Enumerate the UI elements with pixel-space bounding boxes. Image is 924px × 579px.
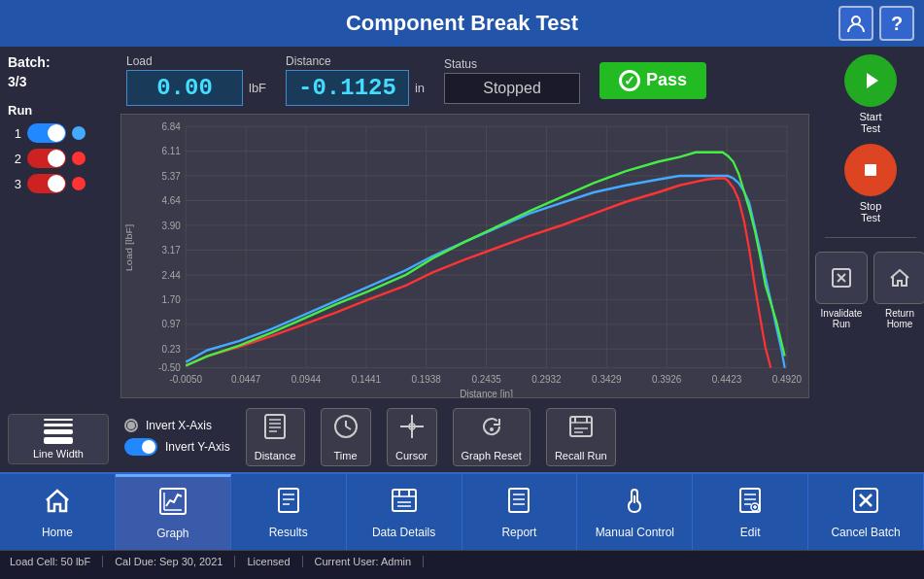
toggle-thumb-2 — [48, 150, 65, 167]
start-test-button[interactable]: StartTest — [844, 54, 897, 134]
nav-item-edit[interactable]: Edit — [693, 474, 808, 550]
line-width-button[interactable]: Line Width — [8, 414, 109, 464]
svg-text:2.44: 2.44 — [161, 269, 181, 280]
invert-x-label: Invert X-Axis — [146, 419, 212, 432]
cursor-label: Cursor — [395, 450, 428, 461]
pass-badge: ✓ Pass — [599, 62, 706, 99]
secondary-buttons-row: InvalidateRun ReturnHome — [815, 252, 924, 329]
nav-label-results: Results — [269, 526, 308, 539]
nav-item-report[interactable]: Report — [462, 474, 578, 550]
nav-item-manual-control[interactable]: Manual Control — [577, 474, 693, 550]
invert-y-toggle[interactable] — [124, 438, 157, 456]
svg-text:1.70: 1.70 — [161, 294, 181, 305]
run-row-2: 2 — [8, 149, 109, 168]
chart-controls: Invert X-Axis Invert Y-Axis — [117, 402, 817, 472]
load-value: 0.00 — [126, 70, 243, 106]
run-row-3: 3 — [8, 174, 109, 193]
nav-item-results[interactable]: Results — [231, 474, 347, 550]
separator-1 — [825, 237, 916, 238]
svg-text:0.97: 0.97 — [161, 319, 181, 329]
return-home-label: ReturnHome — [885, 308, 914, 329]
main-area: Batch: 3/3 Run 1 2 3 — [0, 47, 924, 472]
run-toggle-2[interactable] — [27, 149, 66, 168]
stop-test-circle — [844, 144, 897, 196]
time-button[interactable]: Time — [321, 408, 371, 466]
right-panel: StartTest StopTest InvalidateRun — [817, 47, 924, 472]
svg-text:-0.50: -0.50 — [158, 362, 181, 373]
svg-text:0.0447: 0.0447 — [231, 374, 261, 385]
distance-label: Distance — [286, 54, 425, 68]
help-icon: ? — [891, 13, 903, 35]
toggle-thumb-1 — [48, 124, 65, 142]
svg-text:0.4920: 0.4920 — [772, 374, 803, 385]
left-panel: Batch: 3/3 Run 1 2 3 — [0, 47, 117, 472]
svg-text:0.3926: 0.3926 — [652, 374, 682, 385]
svg-rect-84 — [509, 489, 529, 512]
run-dot-2 — [72, 152, 86, 165]
nav-label-home: Home — [42, 526, 73, 539]
user-icon-button[interactable] — [838, 6, 873, 41]
help-icon-button[interactable]: ? — [879, 6, 914, 41]
lw-line-4 — [44, 437, 73, 444]
svg-text:Load [lbF]: Load [lbF] — [123, 224, 133, 272]
svg-text:0.4423: 0.4423 — [712, 374, 742, 385]
distance-button[interactable]: Distance — [246, 408, 305, 466]
load-group: Load 0.00 lbF — [126, 54, 266, 106]
distance-value-row: -0.1125 in — [286, 70, 425, 106]
status-group: Status Stopped — [444, 57, 580, 104]
return-home-button[interactable]: ReturnHome — [873, 252, 924, 329]
load-value-row: 0.00 lbF — [126, 70, 266, 106]
chart-container: 6.84 6.11 5.37 4.64 3.90 3.17 2.44 1.70 … — [120, 114, 809, 398]
nav-item-home[interactable]: Home — [0, 474, 116, 550]
invert-y-label: Invert Y-Axis — [165, 440, 230, 454]
svg-text:0.1938: 0.1938 — [412, 374, 442, 385]
svg-text:6.84: 6.84 — [161, 120, 181, 131]
home-nav-icon — [43, 486, 72, 522]
cursor-button[interactable]: Cursor — [387, 408, 437, 466]
invert-y-row: Invert Y-Axis — [124, 438, 230, 456]
status-cal-due: Cal Due: Sep 30, 2021 — [103, 556, 235, 567]
line-width-label: Line Width — [33, 448, 84, 460]
svg-text:0.3429: 0.3429 — [592, 374, 622, 385]
stop-test-label: StopTest — [860, 200, 882, 223]
graph-reset-icon — [478, 413, 505, 446]
svg-text:Distance [in]: Distance [in] — [460, 389, 513, 397]
run-dot-1 — [72, 126, 86, 140]
graph-reset-button[interactable]: Graph Reset — [453, 408, 530, 466]
start-test-circle — [844, 54, 897, 107]
invert-x-row: Invert X-Axis — [124, 419, 230, 432]
nav-label-data-details: Data Details — [372, 526, 435, 539]
run-toggle-3[interactable] — [27, 174, 66, 193]
nav-label-edit: Edit — [740, 526, 761, 539]
svg-rect-60 — [570, 417, 592, 436]
nav-label-cancel-batch: Cancel Batch — [831, 526, 900, 539]
report-nav-icon — [504, 486, 533, 522]
batch-info: Batch: 3/3 — [8, 54, 109, 93]
nav-item-cancel-batch[interactable]: Cancel Batch — [808, 474, 924, 550]
check-circle-icon: ✓ — [619, 70, 640, 91]
batch-label: Batch: — [8, 54, 109, 70]
recall-run-icon — [567, 413, 595, 446]
status-label: Status — [444, 57, 580, 71]
stop-test-button[interactable]: StopTest — [844, 144, 897, 223]
nav-item-data-details[interactable]: Data Details — [347, 474, 462, 550]
center-content: Load 0.00 lbF Distance -0.1125 in Status… — [117, 47, 817, 472]
recall-run-button[interactable]: Recall Run — [546, 408, 616, 466]
radio-filled-x — [127, 422, 135, 429]
batch-value: 3/3 — [8, 74, 109, 89]
invalidate-run-button[interactable]: InvalidateRun — [815, 252, 868, 329]
cursor-icon — [398, 413, 426, 446]
axis-toggles: Invert X-Axis Invert Y-Axis — [124, 419, 230, 456]
distance-value: -0.1125 — [286, 70, 409, 106]
run-toggle-1[interactable] — [27, 123, 66, 143]
distance-group: Distance -0.1125 in — [286, 54, 425, 106]
pass-label: Pass — [646, 70, 687, 90]
svg-rect-48 — [265, 415, 285, 438]
results-nav-icon — [274, 486, 303, 522]
distance-label: Distance — [255, 450, 296, 461]
svg-text:0.0944: 0.0944 — [291, 374, 322, 385]
invert-x-radio[interactable] — [124, 419, 138, 432]
nav-item-graph[interactable]: Graph — [116, 474, 231, 550]
svg-text:4.64: 4.64 — [161, 195, 181, 206]
lw-line-2 — [44, 424, 73, 426]
